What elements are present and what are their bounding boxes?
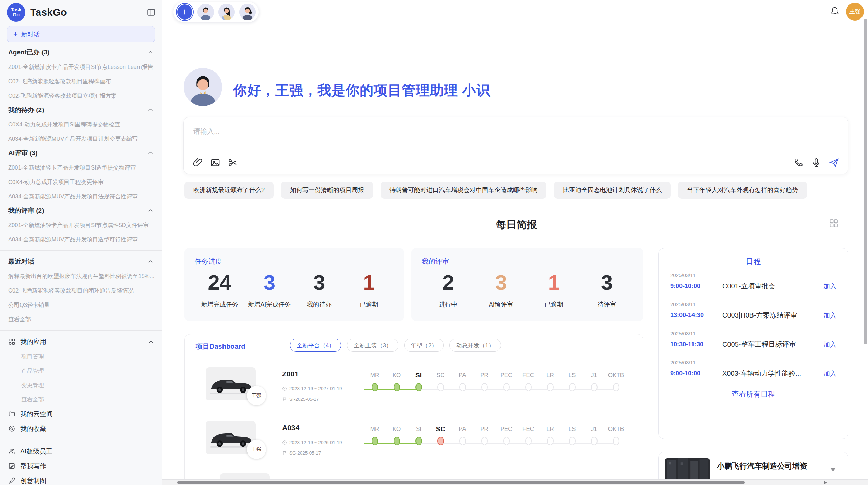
list-item[interactable]: Z001-全新燃油轻卡产品开发项目SI造型提交物评审 (0, 160, 162, 175)
project-owner-badge: 王强 (247, 440, 266, 459)
milestone-label: LR (539, 426, 561, 432)
collapse-sidebar-icon[interactable] (147, 8, 156, 17)
message-input[interactable] (193, 124, 839, 138)
milestone-dot-overdue (437, 437, 444, 445)
section-my-review[interactable]: 我的评审 (2) (0, 203, 162, 218)
view-all-apps[interactable]: 查看全部... (0, 392, 162, 407)
sidebar-item-cloud-space[interactable]: 我的云空间 (0, 407, 162, 421)
suggestion-chip[interactable]: 如何写一份清晰的项目周报 (281, 182, 373, 199)
scissors-icon[interactable] (228, 158, 238, 168)
list-item[interactable]: A034-全新新能源MUV产品开发项目造型可行性评审 (0, 232, 162, 247)
schedule-item[interactable]: 2025/03/11 9:00-10:00 C001-立项审批会 加入 (670, 267, 836, 296)
sidebar-item-my-apps[interactable]: 我的应用 (0, 334, 162, 349)
app-item-project[interactable]: 项目管理 (0, 349, 162, 363)
section-ai-review[interactable]: AI评审 (3) (0, 146, 162, 160)
task-progress-card: 任务进度 24 新增完成任务 3 新增AI完成任务 3 我的待办 1 已逾期 (184, 248, 404, 321)
tab-new-body[interactable]: 全新上装（3） (347, 339, 398, 352)
avatar-agent-1[interactable] (197, 4, 214, 20)
schedule-item[interactable]: 2025/03/11 10:30-11:30 C005-整车工程目标评审 加入 (670, 325, 836, 354)
milestone-label: SI (408, 426, 430, 432)
avatar-agent-2[interactable] (218, 4, 235, 20)
section-recent-chats[interactable]: 最近对话 (0, 254, 162, 269)
app-item-product[interactable]: 产品管理 (0, 363, 162, 378)
my-apps-label: 我的应用 (20, 337, 46, 346)
new-chat-button[interactable]: + 新对话 (7, 26, 155, 42)
scroll-right-arrow-icon[interactable] (824, 481, 827, 485)
vertical-scrollbar[interactable] (864, 19, 867, 344)
list-item[interactable]: Z001-全新燃油皮卡产品开发项目SI节点Lesson Learn报告 (0, 60, 162, 74)
project-row-z001[interactable]: 王强 Z001 2023-12-19 ~ 2027-01-19 SI-2025-… (185, 367, 643, 408)
schedule-date: 2025/03/11 (670, 331, 836, 336)
tab-model-year[interactable]: 年型（2） (404, 339, 444, 352)
notification-bell-icon[interactable] (830, 6, 840, 17)
layout-grid-icon[interactable] (829, 219, 838, 228)
milestone-label-current: SI (408, 372, 430, 378)
scroll-down-arrow-icon[interactable] (830, 468, 836, 471)
list-item[interactable]: C0X4-动力总成开发项目SI里程碑提交物检查 (0, 117, 162, 132)
list-item[interactable]: C02-飞腾新能源轻客改款项目里程碑画布 (0, 74, 162, 88)
flag-date: SC-2025-05-17 (289, 450, 321, 456)
send-icon[interactable] (829, 158, 839, 168)
list-item[interactable]: C02-飞腾新能源轻客改款项目的闭环通告反馈情况 (0, 283, 162, 298)
suggestion-chip[interactable]: 当下年轻人对汽车外观有怎样的喜好趋势 (678, 182, 807, 199)
list-item[interactable]: 解释最新出台的欧盟报废车法规再生塑料比例被调至15%... (0, 269, 162, 283)
agent-switcher (173, 2, 259, 22)
user-avatar[interactable]: 王强 (846, 3, 864, 21)
dashboard-tabs: 全新平台（4） 全新上装（3） 年型（2） 动总开发（1） (290, 339, 501, 352)
chevron-up-icon[interactable] (147, 339, 154, 345)
section-title: Agent已办 (3) (8, 48, 49, 57)
sidebar-item-favorites[interactable]: 我的收藏 (0, 421, 162, 436)
project-row-a034[interactable]: 王强 A034 2023-12-19 ~ 2026-01-19 SC-2025-… (185, 421, 643, 462)
schedule-item[interactable]: 2025/03/11 13:00-14:30 C003|H0B-方案冻结评审 加… (670, 296, 836, 325)
join-link[interactable]: 加入 (823, 311, 836, 320)
divider (0, 440, 162, 440)
chevron-up-icon[interactable] (147, 150, 154, 156)
phone-icon[interactable] (793, 158, 804, 168)
sidebar-item-ai-staff[interactable]: AI超级员工 (0, 444, 162, 459)
chevron-up-icon[interactable] (147, 259, 154, 265)
image-icon[interactable] (210, 158, 220, 168)
plus-icon (181, 8, 189, 16)
owner-name: 王强 (252, 446, 261, 452)
milestone-label: MR (364, 426, 386, 432)
join-link[interactable]: 加入 (823, 340, 836, 349)
chevron-up-icon[interactable] (147, 107, 154, 113)
schedule-time: 9:00-10:00 (670, 370, 722, 377)
project-owner-badge: 王强 (247, 386, 266, 405)
section-agent-done[interactable]: Agent已办 (3) (0, 45, 162, 60)
list-item[interactable]: A034-全新新能源MUV产品开发项目法规符合性评审 (0, 189, 162, 203)
suggestion-chip[interactable]: 欧洲新规最近颁布了什么? (184, 182, 274, 199)
paperclip-icon[interactable] (193, 158, 203, 168)
section-my-todo[interactable]: 我的待办 (2) (0, 103, 162, 117)
join-link[interactable]: 加入 (823, 369, 836, 378)
milestone-label: LR (539, 372, 561, 378)
view-all-schedule-link[interactable]: 查看所有日程 (670, 389, 836, 399)
sidebar-item-help-write[interactable]: 帮我写作 (0, 459, 162, 473)
schedule-item[interactable]: 2025/03/11 9:00-10:00 X003-车辆动力学性能验... 加… (670, 354, 836, 383)
app-item-change[interactable]: 变更管理 (0, 378, 162, 392)
avatar-agent-3[interactable] (239, 4, 256, 20)
list-item[interactable]: A034-全新新能源MUV产品开发项目计划变更表编写 (0, 132, 162, 146)
list-item[interactable]: C0X4-动力总成开发项目工程变更评审 (0, 175, 162, 189)
chevron-up-icon[interactable] (147, 208, 154, 214)
list-item[interactable]: C02-飞腾新能源轻客改款项目立项汇报方案 (0, 88, 162, 103)
stat-overdue: 1 已逾期 (344, 270, 394, 309)
list-item[interactable]: Z001-全新燃油轻卡产品开发项目SI节点属性5D文件评审 (0, 218, 162, 232)
milestone-dot-done (394, 383, 400, 391)
milestone-track: MR KO SI SC PA PR PEC FEC LR LS J1 OKTB (364, 421, 635, 462)
microphone-icon[interactable] (811, 158, 821, 168)
logo-line1: Task (11, 7, 22, 12)
suggestion-chip[interactable]: 比亚迪全固态电池计划具体说了什么 (554, 182, 671, 199)
add-agent-button[interactable] (177, 4, 193, 20)
view-all-chats[interactable]: 查看全部... (0, 312, 162, 326)
divider (0, 330, 162, 331)
suggestion-chip[interactable]: 特朗普可能对进口汽车增税会对中国车企造成哪些影响 (381, 182, 546, 199)
schedule-time: 13:00-14:30 (670, 312, 722, 319)
join-link[interactable]: 加入 (823, 282, 836, 291)
horizontal-scrollbar[interactable] (177, 481, 745, 484)
sidebar-item-creative-draw[interactable]: 创意制图 (0, 473, 162, 485)
list-item[interactable]: 公司Q3轻卡销量 (0, 298, 162, 312)
chevron-up-icon[interactable] (147, 49, 154, 55)
tab-powertrain[interactable]: 动总开发（1） (449, 339, 501, 352)
tab-new-platform[interactable]: 全新平台（4） (290, 339, 341, 352)
